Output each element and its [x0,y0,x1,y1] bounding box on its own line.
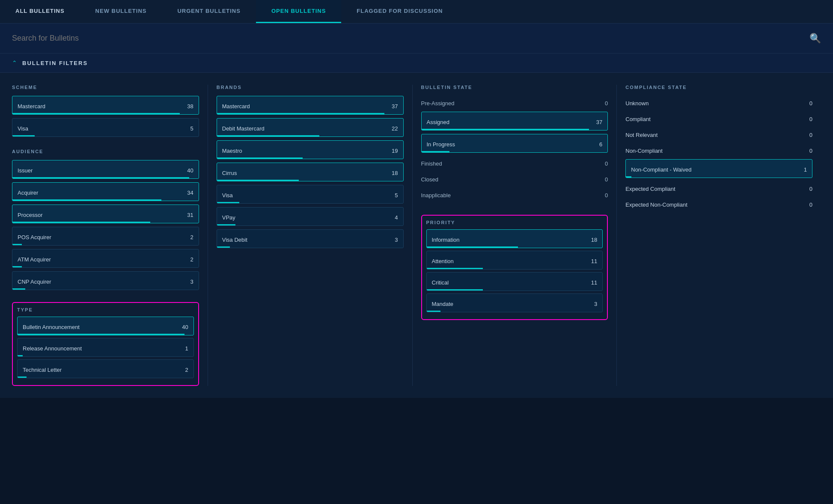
compliance-state-section: Compliance State Unknown 0 Compliant 0 N… [625,85,812,212]
priority-information[interactable]: Information 18 [426,229,603,248]
type-bulletin-announcement[interactable]: Bulletin Announcement 40 [17,317,194,335]
filter-col-1: Scheme Mastercard 38 Visa 5 Audience Iss… [12,85,208,386]
compliance-expected-non-compliant[interactable]: Expected Non-Compliant 0 [625,197,812,212]
audience-pos-acquirer[interactable]: POS Acquirer 2 [12,227,199,246]
type-label: Type [17,307,194,312]
compliance-unknown[interactable]: Unknown 0 [625,96,812,111]
brands-mastercard[interactable]: Mastercard 37 [217,96,404,115]
search-bar: 🔍 [0,24,833,53]
tab-urgent-bulletins[interactable]: Urgent Bulletins [162,0,256,23]
priority-highlight-box: Priority Information 18 Attention 11 Cri… [421,215,608,320]
bulletin-state-section: Bulletin State Pre-Assigned 0 Assigned 3… [421,85,608,203]
audience-label: Audience [12,149,199,154]
tab-all-bulletins[interactable]: All Bulletins [0,0,80,23]
scheme-mastercard-label: Mastercard [18,103,45,110]
filters-body: Scheme Mastercard 38 Visa 5 Audience Iss… [0,73,833,398]
type-release-announcement[interactable]: Release Announcement 1 [17,338,194,357]
search-input[interactable] [12,34,809,43]
audience-issuer[interactable]: Issuer 40 [12,160,199,179]
brands-cirrus[interactable]: Cirrus 18 [217,163,404,181]
scheme-label: Scheme [12,85,199,90]
brands-debit-mastercard[interactable]: Debit Mastercard 22 [217,118,404,137]
bulletin-state-label: Bulletin State [421,85,608,90]
scheme-visa-label: Visa [18,125,28,132]
state-assigned[interactable]: Assigned 37 [421,112,608,130]
compliance-expected-compliant[interactable]: Expected Compliant 0 [625,181,812,196]
search-icon[interactable]: 🔍 [809,33,821,44]
audience-atm-acquirer[interactable]: ATM Acquirer 2 [12,249,199,268]
state-pre-assigned[interactable]: Pre-Assigned 0 [421,96,608,111]
collapse-chevron-icon[interactable]: ⌃ [12,59,17,66]
brands-visa[interactable]: Visa 5 [217,185,404,204]
brands-label: Brands [217,85,404,90]
scheme-section: Scheme Mastercard 38 Visa 5 [12,85,199,137]
tab-open-bulletins[interactable]: Open Bulletins [256,0,341,23]
tab-flagged-for-discussion[interactable]: Flagged for Discussion [341,0,458,23]
filter-col-2: Brands Mastercard 37 Debit Mastercard 22… [208,85,413,386]
scheme-mastercard[interactable]: Mastercard 38 [12,96,199,115]
compliance-non-compliant[interactable]: Non-Compliant 0 [625,143,812,158]
brands-maestro[interactable]: Maestro 19 [217,140,404,159]
state-finished[interactable]: Finished 0 [421,156,608,171]
filter-header: ⌃ Bulletin Filters [0,53,833,73]
priority-mandate[interactable]: Mandate 3 [426,294,603,312]
compliance-non-compliant-waived[interactable]: Non-Compliant - Waived 1 [625,159,812,178]
audience-section: Audience Issuer 40 Acquirer 34 Processor… [12,149,199,290]
brands-visa-debit[interactable]: Visa Debit 3 [217,229,404,248]
audience-cnp-acquirer[interactable]: CNP Acquirer 3 [12,271,199,290]
priority-critical[interactable]: Critical 11 [426,272,603,291]
tab-new-bulletins[interactable]: New Bulletins [80,0,162,23]
tabs-bar: All Bulletins New Bulletins Urgent Bulle… [0,0,833,24]
scheme-visa[interactable]: Visa 5 [12,118,199,137]
audience-acquirer[interactable]: Acquirer 34 [12,182,199,201]
priority-attention[interactable]: Attention 11 [426,251,603,270]
type-technical-letter[interactable]: Technical Letter 2 [17,359,194,378]
scheme-mastercard-count: 38 [187,103,193,110]
state-inapplicable[interactable]: Inapplicable 0 [421,188,608,203]
state-closed[interactable]: Closed 0 [421,172,608,187]
audience-processor[interactable]: Processor 31 [12,205,199,223]
compliance-compliant[interactable]: Compliant 0 [625,112,812,127]
state-in-progress[interactable]: In Progress 6 [421,134,608,153]
brands-vpay[interactable]: VPay 4 [217,207,404,226]
filter-col-3: Bulletin State Pre-Assigned 0 Assigned 3… [413,85,617,386]
priority-label: Priority [426,220,603,225]
brands-section: Brands Mastercard 37 Debit Mastercard 22… [217,85,404,248]
scheme-visa-count: 5 [190,125,193,132]
compliance-state-label: Compliance State [625,85,812,90]
type-highlight-box: Type Bulletin Announcement 40 Release An… [12,302,199,386]
compliance-not-relevant[interactable]: Not Relevant 0 [625,127,812,142]
filter-col-4: Compliance State Unknown 0 Compliant 0 N… [617,85,821,386]
filter-header-title: Bulletin Filters [22,60,88,66]
